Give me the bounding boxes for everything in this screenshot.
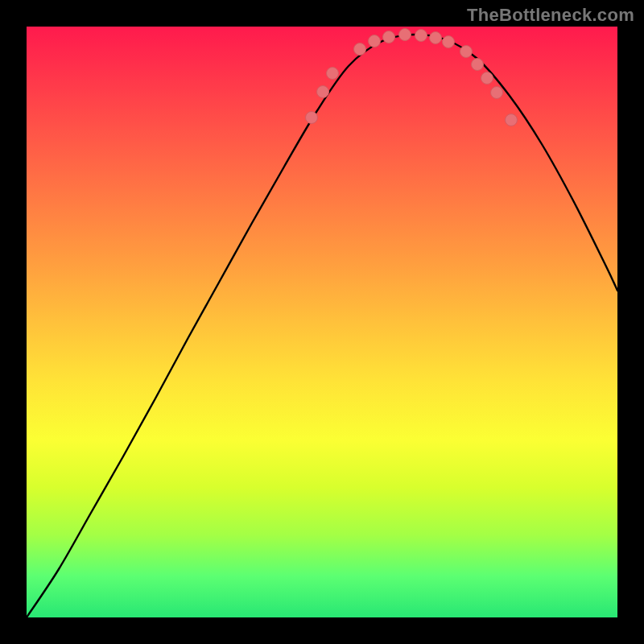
curve-marker-dot [415,30,427,42]
curve-marker-dot [443,36,455,48]
curve-marker-dot [491,87,503,99]
curve-marker-dot [369,35,381,47]
curve-marker-dot [472,59,484,71]
curve-marker-dot [383,31,395,43]
curve-marker-dot [430,32,442,44]
curve-marker-dot [506,114,518,126]
curve-marker-dot [460,46,473,58]
watermark-text: TheBottleneck.com [467,5,634,26]
curve-marker-dot [317,86,329,98]
bottleneck-curve-svg [27,27,617,617]
curve-marker-dot [399,29,411,41]
curve-marker-dot [481,72,493,85]
curve-marker-dot [327,68,339,80]
curve-markers-group [306,29,518,126]
bottleneck-curve-path [27,35,617,617]
chart-frame: TheBottleneck.com [0,0,644,644]
curve-marker-dot [306,112,318,124]
curve-marker-dot [354,43,366,56]
